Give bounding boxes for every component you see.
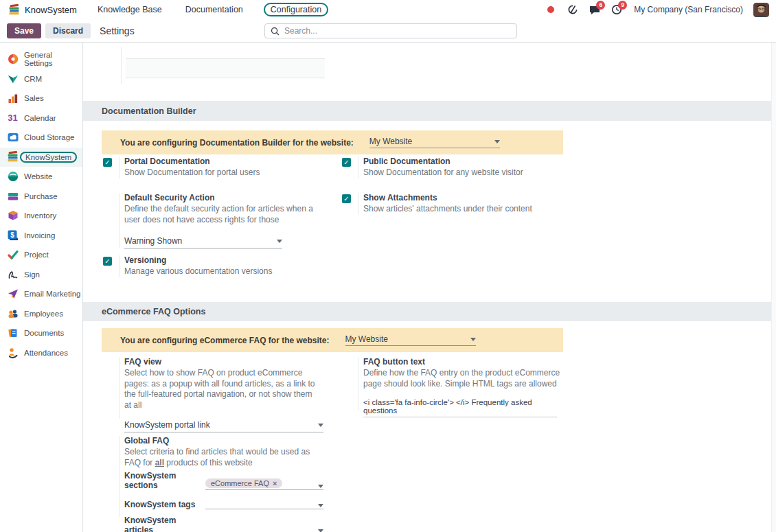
search-box[interactable]: [264, 23, 517, 38]
caret-down-icon: [318, 424, 323, 427]
systray: 6 9 My Company (San Francisco): [545, 3, 769, 17]
knowsystem-articles-field[interactable]: [205, 522, 323, 532]
website-select[interactable]: My Website: [369, 137, 500, 148]
sidebar-item-inventory[interactable]: Inventory: [0, 206, 82, 226]
setting-desc: Select criteria to find articles that wo…: [124, 447, 323, 468]
menu-documentation[interactable]: Documentation: [183, 3, 246, 16]
divider: [121, 47, 122, 84]
activities-clock-icon[interactable]: 9: [610, 4, 622, 16]
sync-icon[interactable]: [567, 4, 578, 16]
sidebar-item-purchase[interactable]: Purchase: [0, 187, 82, 207]
setting-label[interactable]: Show Attachments: [363, 193, 532, 203]
app-brand[interactable]: KnowSystem: [8, 4, 77, 16]
email-marketing-plane-icon: [7, 288, 19, 300]
sidebar-item-knowsystem[interactable]: KnowSystem: [0, 148, 82, 167]
sign-signature-icon: [7, 268, 19, 280]
sidebar-item-cloud-storage[interactable]: Cloud Storage: [0, 128, 82, 148]
tag-ecommerce-faq: eCommerce FAQ ×: [205, 478, 282, 488]
page-title: Settings: [100, 25, 135, 36]
search-icon: [271, 27, 279, 36]
setting-versioning: ✓ Versioning Manage various documentatio…: [103, 255, 330, 277]
sidebar-item-general-settings[interactable]: General Settings: [0, 49, 82, 69]
status-dot-icon: [545, 4, 556, 16]
sales-bar-chart-icon: [7, 93, 19, 104]
field-label: KnowSystem articles: [124, 516, 205, 532]
faq-view-select[interactable]: KnowSystem portal link: [124, 420, 323, 432]
public-documentation-checkbox[interactable]: ✓: [342, 158, 351, 167]
save-button[interactable]: Save: [7, 23, 41, 38]
vertical-scrollbar[interactable]: [771, 43, 776, 532]
knowsystem-tags-row: KnowSystem tags: [124, 496, 323, 509]
caret-down-icon: [277, 240, 282, 243]
sidebar-item-invoicing[interactable]: $ Invoicing: [0, 226, 82, 246]
caret-down-icon: [470, 338, 476, 341]
knowsystem-sections-row: KnowSystem sections eCommerce FAQ ×: [124, 471, 323, 490]
discard-button[interactable]: Discard: [45, 23, 91, 38]
security-action-select[interactable]: Warning Shown: [124, 236, 282, 248]
setting-show-attachments: ✓ Show Attachments Show articles' attach…: [342, 193, 569, 215]
show-attachments-checkbox[interactable]: ✓: [342, 194, 351, 203]
general-settings-icon: [7, 54, 19, 65]
sidebar-item-sales[interactable]: Sales: [0, 89, 82, 108]
control-bar: Save Discard Settings: [0, 19, 776, 43]
versioning-checkbox[interactable]: ✓: [103, 257, 112, 266]
setting-label[interactable]: Public Documentation: [363, 157, 523, 166]
sidebar-item-crm[interactable]: CRM: [0, 69, 82, 89]
setting-label: FAQ button text: [363, 357, 562, 367]
sidebar-item-calendar[interactable]: 31 Calendar: [0, 108, 82, 128]
brand-name: KnowSystem: [25, 5, 77, 15]
sidebar-item-project[interactable]: Project: [0, 245, 82, 265]
cloud-storage-icon: [7, 132, 19, 143]
ecommerce-faq-banner: You are configuring eCommerce FAQ for th…: [102, 328, 563, 352]
setting-faq-view: FAQ view Select how to show FAQ on produ…: [103, 357, 330, 432]
knowsystem-tags-field[interactable]: [205, 496, 323, 509]
banner-text: You are configuring Documentation Builde…: [120, 138, 354, 148]
setting-desc: Define the default security action for a…: [124, 204, 315, 225]
svg-text:$: $: [10, 231, 14, 238]
setting-desc: Show articles' attachments under their c…: [363, 204, 532, 215]
messages-badge: 6: [596, 1, 605, 10]
setting-label: Global FAQ: [124, 436, 323, 446]
project-check-icon: [7, 249, 19, 261]
faq-button-text-input[interactable]: <i class='fa fa-info-circle'> </i> Frequ…: [363, 398, 557, 417]
crm-icon: [7, 73, 19, 84]
settings-content: Documentation Builder You are configurin…: [83, 43, 776, 532]
field-label: KnowSystem sections: [124, 471, 205, 490]
setting-desc: Manage various documentation versions: [124, 266, 272, 277]
search-input[interactable]: [284, 26, 511, 36]
setting-desc: Show Documentation for any website visit…: [363, 167, 523, 178]
sidebar-item-website[interactable]: Website: [0, 167, 82, 187]
portal-documentation-checkbox[interactable]: ✓: [103, 158, 112, 167]
setting-desc: Define how the FAQ entry on the product …: [363, 368, 562, 389]
sidebar-item-email-marketing[interactable]: Email Marketing: [0, 284, 82, 304]
website-select[interactable]: My Website: [345, 334, 476, 346]
section-header-ecommerce-faq: eCommerce FAQ Options: [83, 302, 771, 321]
caret-down-icon: [318, 529, 323, 532]
knowsystem-sections-field[interactable]: eCommerce FAQ ×: [205, 477, 323, 490]
company-name[interactable]: My Company (San Francisco): [634, 5, 743, 14]
remove-tag-icon[interactable]: ×: [273, 479, 277, 487]
documents-icon: [7, 327, 19, 339]
knowsystem-books-icon: [7, 151, 19, 163]
sidebar-item-employees[interactable]: Employees: [0, 304, 82, 324]
attendances-icon: [7, 347, 19, 358]
menu-configuration[interactable]: Configuration: [264, 3, 328, 16]
section-header-documentation-builder: Documentation Builder: [83, 101, 771, 121]
setting-label[interactable]: Portal Documentation: [124, 157, 260, 166]
inventory-cube-icon: [7, 210, 19, 222]
setting-portal-documentation: ✓ Portal Documentation Show Documentatio…: [103, 157, 330, 178]
setting-global-faq: Global FAQ Select criteria to find artic…: [103, 436, 336, 532]
truncated-setting-box: [126, 58, 325, 78]
purchase-icon: [7, 190, 19, 202]
sidebar-item-sign[interactable]: Sign: [0, 265, 82, 285]
doc-builder-banner: You are configuring Documentation Builde…: [102, 130, 563, 154]
user-avatar[interactable]: [753, 3, 769, 17]
setting-label[interactable]: Versioning: [124, 255, 272, 265]
website-icon: [7, 171, 19, 183]
banner-text: You are configuring eCommerce FAQ for th…: [120, 336, 330, 345]
messages-icon[interactable]: 6: [589, 4, 600, 16]
sidebar-item-attendances[interactable]: Attendances: [0, 343, 82, 363]
menu-knowledge-base[interactable]: Knowledge Base: [95, 3, 165, 16]
sidebar-item-documents[interactable]: Documents: [0, 323, 82, 343]
caret-down-icon: [318, 504, 323, 507]
